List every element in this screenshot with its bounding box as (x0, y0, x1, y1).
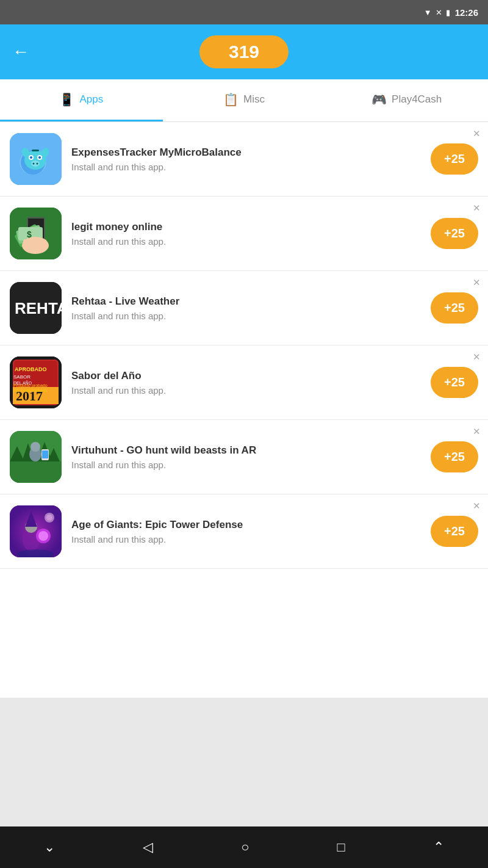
close-icon[interactable]: ✕ (473, 501, 481, 512)
app-name: ExpensesTracker MyMicroBalance (71, 146, 423, 159)
app-points-button[interactable]: +25 (431, 218, 478, 249)
app-info: Sabor del Año Install and run this app. (71, 370, 423, 396)
app-desc: Install and run this app. (71, 236, 423, 247)
svg-point-8 (38, 156, 41, 159)
app-points-button[interactable]: +25 (431, 143, 478, 175)
signal-icon: ✕ (436, 8, 442, 17)
tab-misc[interactable]: 📋 Misc (163, 79, 326, 121)
svg-rect-22 (23, 239, 28, 249)
close-icon[interactable]: ✕ (473, 277, 481, 288)
close-icon[interactable]: ✕ (473, 203, 481, 214)
svg-point-51 (46, 515, 52, 521)
back-button[interactable]: ← (12, 43, 29, 60)
tab-apps[interactable]: 📱 Apps (0, 79, 163, 121)
svg-rect-40 (10, 461, 62, 483)
apps-tab-icon: 📱 (59, 92, 74, 107)
status-icons: ▼ ✕ ▮ (424, 8, 450, 17)
nav-home-button[interactable]: ○ (229, 833, 261, 861)
svg-text:SABOR: SABOR (13, 374, 30, 380)
svg-text:APROBADO: APROBADO (15, 366, 47, 372)
app-info: Age of Giants: Epic Tower Defense Instal… (71, 519, 423, 544)
list-item: ✕ $ legit mon (0, 197, 488, 271)
svg-point-56 (38, 531, 48, 541)
app-icon-expenses (10, 133, 62, 185)
play4cash-tab-label: Play4Cash (392, 93, 442, 106)
app-icon-age (10, 505, 62, 557)
nav-recents-button[interactable]: □ (325, 833, 357, 861)
app-points-button[interactable]: +25 (431, 516, 478, 547)
app-icon-sabor: APROBADO SABOR DEL AÑO 2017 Producto pro… (10, 356, 62, 408)
play4cash-tab-icon: 🎮 (371, 92, 387, 107)
app-desc: Install and run this app. (71, 534, 423, 544)
svg-point-10 (33, 163, 35, 165)
app-name: Sabor del Año (71, 370, 423, 382)
svg-rect-24 (35, 238, 40, 249)
app-name: Rehtaa - Live Weather (71, 295, 423, 308)
svg-point-11 (37, 163, 38, 165)
svg-rect-14 (32, 150, 39, 151)
nav-up-button[interactable]: ⌃ (421, 833, 456, 861)
app-name: legit money online (71, 221, 423, 233)
app-points-button[interactable]: +25 (431, 441, 478, 472)
svg-text:$: $ (27, 230, 32, 239)
app-points-button[interactable]: +25 (431, 367, 478, 398)
app-desc: Install and run this app. (71, 385, 423, 396)
nav-back-button[interactable]: ◁ (131, 833, 165, 861)
status-bar: ▼ ✕ ▮ 12:26 (0, 0, 488, 24)
app-icon-legit: $ (10, 208, 62, 259)
svg-text:por consumidores: por consumidores (13, 388, 48, 393)
svg-point-46 (30, 442, 40, 452)
app-icon-virtuhunt (10, 431, 62, 483)
app-info: Rehtaa - Live Weather Install and run th… (71, 295, 423, 321)
list-item: ✕ (0, 122, 488, 197)
app-list: ✕ (0, 122, 488, 698)
svg-point-7 (30, 156, 32, 159)
app-desc: Install and run this app. (71, 162, 423, 172)
tab-play4cash[interactable]: 🎮 Play4Cash (325, 79, 488, 121)
list-item: ✕ APROBADO SABOR DEL AÑO 2017 Producto p… (0, 345, 488, 420)
score-badge: 319 (199, 35, 289, 68)
app-points-button[interactable]: +25 (431, 292, 478, 324)
nav-down-button[interactable]: ⌄ (32, 833, 67, 861)
app-icon-rehtaa: REHTAA (10, 282, 62, 334)
wifi-icon: ▼ (424, 8, 432, 17)
app-info: ExpensesTracker MyMicroBalance Install a… (71, 146, 423, 172)
app-name: Age of Giants: Epic Tower Defense (71, 519, 423, 531)
list-item: ✕ Virtuhunt - GO hunt wild beasts in AR (0, 420, 488, 494)
close-icon[interactable]: ✕ (473, 426, 481, 437)
apps-tab-label: Apps (79, 93, 103, 106)
list-item: ✕ REHTAA Rehtaa - Live Weather Install a… (0, 271, 488, 345)
status-time: 12:26 (455, 7, 478, 18)
list-item: ✕ (0, 494, 488, 569)
app-desc: Install and run this app. (71, 311, 423, 321)
svg-rect-23 (29, 238, 34, 249)
battery-icon: ▮ (446, 8, 450, 17)
tab-bar: 📱 Apps 📋 Misc 🎮 Play4Cash (0, 79, 488, 122)
misc-tab-icon: 📋 (223, 92, 239, 107)
app-info: legit money online Install and run this … (71, 221, 423, 247)
app-desc: Install and run this app. (71, 460, 423, 470)
bottom-nav: ⌄ ◁ ○ □ ⌃ (0, 826, 488, 868)
close-icon[interactable]: ✕ (473, 352, 481, 363)
misc-tab-label: Misc (243, 93, 265, 106)
svg-text:REHTAA: REHTAA (15, 299, 62, 317)
svg-text:Producto probado: Producto probado (13, 383, 48, 388)
app-info: Virtuhunt - GO hunt wild beasts in AR In… (71, 444, 423, 470)
svg-rect-25 (41, 239, 46, 249)
header: ← 319 (0, 24, 488, 79)
svg-point-9 (31, 161, 40, 167)
empty-area (0, 698, 488, 826)
app-name: Virtuhunt - GO hunt wild beasts in AR (71, 444, 423, 457)
svg-rect-48 (42, 450, 48, 458)
close-icon[interactable]: ✕ (473, 128, 481, 139)
